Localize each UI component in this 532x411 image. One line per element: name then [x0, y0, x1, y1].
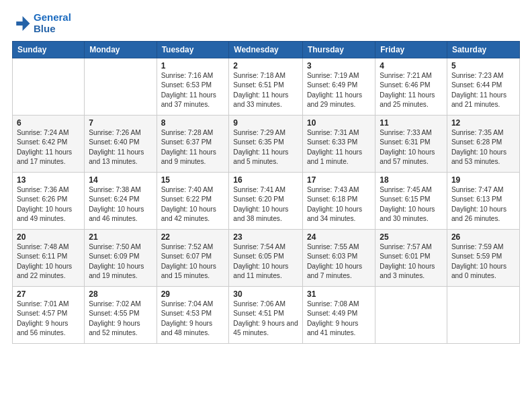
day-number: 10 — [307, 118, 371, 128]
day-info: Sunrise: 7:52 AMSunset: 6:07 PMDaylight:… — [161, 242, 225, 281]
day-number: 15 — [161, 175, 225, 185]
day-info: Sunrise: 7:16 AMSunset: 6:53 PMDaylight:… — [161, 71, 225, 109]
day-info: Sunrise: 7:41 AMSunset: 6:20 PMDaylight:… — [233, 185, 298, 224]
day-number: 21 — [89, 232, 152, 242]
day-number: 30 — [233, 289, 298, 299]
day-number: 31 — [307, 289, 371, 299]
day-info: Sunrise: 7:45 AMSunset: 6:15 PMDaylight:… — [380, 185, 443, 224]
calendar-day-cell: 6Sunrise: 7:24 AMSunset: 6:42 PMDaylight… — [13, 116, 85, 173]
weekday-header-friday: Friday — [375, 42, 447, 58]
day-number: 12 — [451, 118, 515, 128]
day-info: Sunrise: 7:19 AMSunset: 6:49 PMDaylight:… — [307, 71, 371, 109]
day-number: 25 — [380, 232, 443, 242]
day-info: Sunrise: 7:54 AMSunset: 6:05 PMDaylight:… — [233, 242, 298, 281]
calendar-day-cell: 7Sunrise: 7:26 AMSunset: 6:40 PMDaylight… — [85, 116, 157, 173]
calendar-day-cell — [13, 58, 85, 116]
logo-icon — [12, 14, 31, 33]
calendar-day-cell: 10Sunrise: 7:31 AMSunset: 6:33 PMDayligh… — [302, 116, 375, 173]
day-number: 11 — [380, 118, 443, 128]
calendar-table: SundayMondayTuesdayWednesdayThursdayFrid… — [12, 41, 520, 344]
day-number: 28 — [89, 289, 152, 299]
day-info: Sunrise: 7:48 AMSunset: 6:11 PMDaylight:… — [17, 242, 80, 281]
day-number: 6 — [17, 118, 80, 128]
day-info: Sunrise: 7:40 AMSunset: 6:22 PMDaylight:… — [161, 185, 225, 224]
day-number: 2 — [233, 61, 298, 71]
day-number: 18 — [380, 175, 443, 185]
page: General Blue SundayMondayTuesdayWednesda… — [0, 0, 532, 411]
day-number: 20 — [17, 232, 80, 242]
day-number: 26 — [451, 232, 515, 242]
day-info: Sunrise: 7:18 AMSunset: 6:51 PMDaylight:… — [233, 71, 298, 109]
calendar-day-cell — [447, 287, 519, 344]
calendar-day-cell: 13Sunrise: 7:36 AMSunset: 6:26 PMDayligh… — [13, 173, 85, 230]
day-info: Sunrise: 7:23 AMSunset: 6:44 PMDaylight:… — [451, 71, 515, 109]
weekday-header-tuesday: Tuesday — [157, 42, 229, 58]
calendar-day-cell: 31Sunrise: 7:08 AMSunset: 4:49 PMDayligh… — [302, 287, 375, 344]
calendar-day-cell: 18Sunrise: 7:45 AMSunset: 6:15 PMDayligh… — [375, 173, 447, 230]
calendar-day-cell: 25Sunrise: 7:57 AMSunset: 6:01 PMDayligh… — [375, 230, 447, 287]
day-number: 16 — [233, 175, 298, 185]
day-number: 29 — [161, 289, 225, 299]
calendar-day-cell: 20Sunrise: 7:48 AMSunset: 6:11 PMDayligh… — [13, 230, 85, 287]
day-info: Sunrise: 7:59 AMSunset: 5:59 PMDaylight:… — [451, 242, 515, 281]
calendar-day-cell: 14Sunrise: 7:38 AMSunset: 6:24 PMDayligh… — [85, 173, 157, 230]
day-info: Sunrise: 7:55 AMSunset: 6:03 PMDaylight:… — [307, 242, 371, 281]
day-info: Sunrise: 7:43 AMSunset: 6:18 PMDaylight:… — [307, 185, 371, 224]
day-info: Sunrise: 7:38 AMSunset: 6:24 PMDaylight:… — [89, 185, 152, 224]
day-number: 8 — [161, 118, 225, 128]
day-number: 3 — [307, 61, 371, 71]
day-info: Sunrise: 7:06 AMSunset: 4:51 PMDaylight:… — [233, 300, 298, 338]
weekday-header-thursday: Thursday — [302, 42, 375, 58]
calendar-week-row: 20Sunrise: 7:48 AMSunset: 6:11 PMDayligh… — [13, 230, 520, 287]
weekday-header-wednesday: Wednesday — [229, 42, 303, 58]
day-number: 7 — [89, 118, 152, 128]
day-info: Sunrise: 7:24 AMSunset: 6:42 PMDaylight:… — [17, 128, 80, 167]
calendar-day-cell: 3Sunrise: 7:19 AMSunset: 6:49 PMDaylight… — [302, 58, 375, 116]
header: General Blue — [12, 12, 520, 34]
day-number: 22 — [161, 232, 225, 242]
day-info: Sunrise: 7:35 AMSunset: 6:28 PMDaylight:… — [451, 128, 515, 167]
calendar-body: 1Sunrise: 7:16 AMSunset: 6:53 PMDaylight… — [13, 58, 520, 344]
day-info: Sunrise: 7:33 AMSunset: 6:31 PMDaylight:… — [380, 128, 443, 167]
calendar-day-cell: 15Sunrise: 7:40 AMSunset: 6:22 PMDayligh… — [157, 173, 229, 230]
calendar-day-cell — [375, 287, 447, 344]
calendar-day-cell: 11Sunrise: 7:33 AMSunset: 6:31 PMDayligh… — [375, 116, 447, 173]
day-number: 23 — [233, 232, 298, 242]
day-info: Sunrise: 7:08 AMSunset: 4:49 PMDaylight:… — [307, 300, 371, 338]
calendar-day-cell: 16Sunrise: 7:41 AMSunset: 6:20 PMDayligh… — [229, 173, 303, 230]
day-info: Sunrise: 7:01 AMSunset: 4:57 PMDaylight:… — [17, 300, 80, 338]
logo-text: General Blue — [34, 12, 71, 34]
weekday-header-sunday: Sunday — [13, 42, 85, 58]
day-info: Sunrise: 7:28 AMSunset: 6:37 PMDaylight:… — [161, 128, 225, 167]
day-info: Sunrise: 7:36 AMSunset: 6:26 PMDaylight:… — [17, 185, 80, 224]
day-info: Sunrise: 7:57 AMSunset: 6:01 PMDaylight:… — [380, 242, 443, 281]
calendar-day-cell: 27Sunrise: 7:01 AMSunset: 4:57 PMDayligh… — [13, 287, 85, 344]
calendar-day-cell: 1Sunrise: 7:16 AMSunset: 6:53 PMDaylight… — [157, 58, 229, 116]
calendar-week-row: 6Sunrise: 7:24 AMSunset: 6:42 PMDaylight… — [13, 116, 520, 173]
day-number: 1 — [161, 61, 225, 71]
calendar-day-cell: 21Sunrise: 7:50 AMSunset: 6:09 PMDayligh… — [85, 230, 157, 287]
day-number: 19 — [451, 175, 515, 185]
calendar-week-row: 13Sunrise: 7:36 AMSunset: 6:26 PMDayligh… — [13, 173, 520, 230]
calendar-day-cell: 9Sunrise: 7:29 AMSunset: 6:35 PMDaylight… — [229, 116, 303, 173]
calendar-day-cell: 30Sunrise: 7:06 AMSunset: 4:51 PMDayligh… — [229, 287, 303, 344]
calendar-day-cell: 29Sunrise: 7:04 AMSunset: 4:53 PMDayligh… — [157, 287, 229, 344]
day-number: 5 — [451, 61, 515, 71]
day-number: 14 — [89, 175, 152, 185]
day-info: Sunrise: 7:47 AMSunset: 6:13 PMDaylight:… — [451, 185, 515, 224]
calendar-header-row: SundayMondayTuesdayWednesdayThursdayFrid… — [13, 42, 520, 58]
day-number: 24 — [307, 232, 371, 242]
day-number: 17 — [307, 175, 371, 185]
calendar-day-cell: 4Sunrise: 7:21 AMSunset: 6:46 PMDaylight… — [375, 58, 447, 116]
calendar-day-cell: 24Sunrise: 7:55 AMSunset: 6:03 PMDayligh… — [302, 230, 375, 287]
calendar-day-cell: 23Sunrise: 7:54 AMSunset: 6:05 PMDayligh… — [229, 230, 303, 287]
calendar-day-cell: 17Sunrise: 7:43 AMSunset: 6:18 PMDayligh… — [302, 173, 375, 230]
day-info: Sunrise: 7:29 AMSunset: 6:35 PMDaylight:… — [233, 128, 298, 167]
calendar-day-cell: 26Sunrise: 7:59 AMSunset: 5:59 PMDayligh… — [447, 230, 519, 287]
weekday-header-saturday: Saturday — [447, 42, 519, 58]
calendar-day-cell: 2Sunrise: 7:18 AMSunset: 6:51 PMDaylight… — [229, 58, 303, 116]
calendar-day-cell: 28Sunrise: 7:02 AMSunset: 4:55 PMDayligh… — [85, 287, 157, 344]
day-info: Sunrise: 7:21 AMSunset: 6:46 PMDaylight:… — [380, 71, 443, 109]
day-info: Sunrise: 7:04 AMSunset: 4:53 PMDaylight:… — [161, 300, 225, 338]
day-number: 9 — [233, 118, 298, 128]
